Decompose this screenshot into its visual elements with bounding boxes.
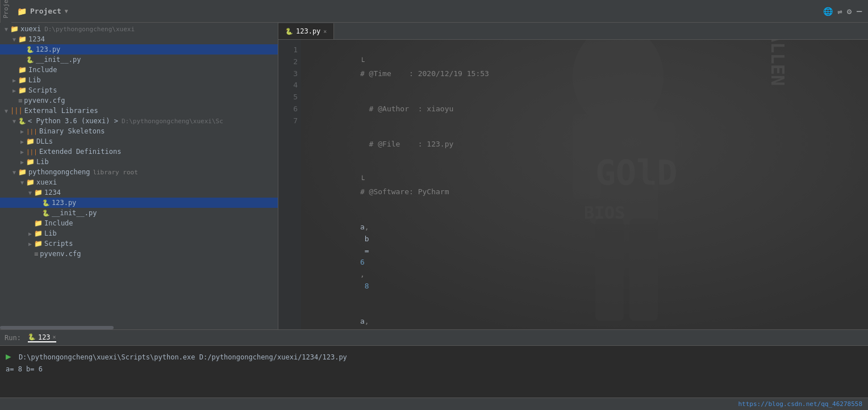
tree-item-include-2[interactable]: ▶ 📁 Include [0,218,278,228]
comment-file: # @File : 123.py [360,140,453,148]
code-editor: 1 2 3 4 5 6 7 └ # @Time : 2020/12/19 15:… [278,40,868,329]
arrow-dlls: ▶ [18,139,26,145]
arrow-ext-defs: ▶ [18,149,26,155]
xuexi-label: xuexi [20,25,41,33]
arrow-scripts-2: ▶ [26,241,34,247]
project-folder-icon: 📁 [17,7,27,16]
tree-item-pythongongcheng[interactable]: ▼ 📁 pythongongcheng library root [0,167,278,177]
run-label: Run: [5,334,21,342]
code-line-6: a, ● b = b, a [307,304,862,329]
run-result-line: a= 8 b= 6 [6,364,862,375]
line-num-7: 7 [282,115,298,127]
code-line-5: a, b = 6 , 8 [307,210,862,304]
run-tab-bar: Run: 🐍 123 × [0,330,868,346]
arrow-binary-skel: ▶ [18,128,26,135]
config-icon-pyvenv-2: ≡ [34,250,38,258]
tab-123py[interactable]: 🐍 123.py × [278,23,334,39]
tree-item-1234-2[interactable]: ▼ 📁 1234 [0,187,278,198]
code-var-a2: a [360,317,365,325]
top-bar-left: 📁 Project ▼ [11,7,74,16]
label-1234-2: 1234 [44,189,61,196]
tree-item-scripts-2[interactable]: ▶ 📁 Scripts [0,239,278,249]
tree-item-123py-2[interactable]: ▶ 🐍 123.py [0,198,278,208]
label-pyvenv-2: pyvenv.cfg [40,250,81,258]
bullet-icon: ● [360,329,365,329]
minimize-icon[interactable]: − [856,6,862,16]
arrow-1234: ▼ [10,36,18,43]
run-output-text: a= 8 b= 6 [6,365,43,373]
run-tab-close[interactable]: × [53,334,56,340]
tree-item-init-2[interactable]: ▶ 🐍 __init__.py [0,208,278,218]
editor-tab-bar: 🐍 123.py × [278,23,868,40]
line-num-4: 4 [282,80,298,91]
tree-item-xuexi[interactable]: ▼ 📁 xuexi D:\pythongongcheng\xuexi [0,24,278,34]
tree-item-scripts[interactable]: ▶ 📁 Scripts [0,85,278,95]
folder-icon-include: 📁 [18,66,27,74]
run-tab-label: 123 [38,333,51,341]
tree-item-lib2[interactable]: ▶ 📁 Lib [0,157,278,167]
file-tree: ▼ 📁 xuexi D:\pythongongcheng\xuexi ▼ 📁 1… [0,23,278,260]
label-lib: Lib [28,76,41,84]
folder-icon-scripts: 📁 [18,86,27,94]
tree-item-ext-defs[interactable]: ▶ ||| Extended Definitions [0,147,278,157]
globe-icon[interactable]: 🌐 [823,7,833,16]
code-line-4: └ # @Software: PyCharm [307,162,862,210]
label-init: __init__.py [36,56,81,64]
chevron-down-icon: ▼ [65,8,68,14]
tree-item-xuexi2[interactable]: ▼ 📁 xuexi [0,177,278,187]
tab-filename: 123.py [296,27,320,35]
code-content[interactable]: └ # @Time : 2020/12/19 15:53 # @Author :… [301,40,868,329]
content-area: ▼ 📁 xuexi D:\pythongongcheng\xuexi ▼ 📁 1… [0,23,868,329]
label-lib3: Lib [44,229,57,237]
tree-item-123py[interactable]: ▶ 🐍 123.py [0,44,278,55]
split-icon[interactable]: ⇌ [837,7,842,16]
folder-icon-xuexi: 📁 [10,25,19,33]
tree-item-1234[interactable]: ▼ 📁 1234 [0,34,278,44]
folder-icon-scripts-2: 📁 [34,240,43,248]
arrow-xuexi: ▼ [2,26,10,32]
comment-author: # @Author : xiaoyu [360,104,453,113]
label-include: Include [28,66,57,74]
folder-icon-lib: 📁 [18,76,27,84]
tree-item-ext-libs[interactable]: ▼ ||| External Libraries [0,106,278,116]
settings-icon[interactable]: ⚙ [847,7,852,16]
run-command-line: ▶ D:\pythongongcheng\xuexi\Scripts\pytho… [6,349,862,364]
tree-item-init-py[interactable]: ▶ 🐍 __init__.py [0,55,278,65]
folder-icon-include-2: 📁 [34,219,43,227]
label-ext-defs: Extended Definitions [39,148,122,156]
code-line-1: └ # @Time : 2020/12/19 15:53 [307,44,862,91]
status-url[interactable]: https://blog.csdn.net/qq_46278558 [738,400,862,408]
arrow-xuexi2: ▼ [18,179,26,186]
tree-item-python36[interactable]: ▼ 🐍 < Python 3.6 (xuexi) > D:\pythongong… [0,116,278,126]
code-var-a: a [360,223,365,231]
python-icon-123py-2: 🐍 [42,199,50,207]
run-play-button[interactable]: ▶ [6,351,11,362]
label-init-2: __init__.py [52,209,97,217]
tree-item-lib[interactable]: ▶ 📁 Lib [0,75,278,85]
ext-defs-icon: ||| [26,148,37,156]
status-bar: https://blog.csdn.net/qq_46278558 [0,398,868,410]
arrow-1234-2: ▼ [26,190,34,196]
editor-area: GOlD BIOS ALLEN 🐍 123.py × [278,23,868,329]
run-tab-123[interactable]: 🐍 123 × [28,333,56,342]
tree-item-pyvenv-2[interactable]: ▶ ≡ pyvenv.cfg [0,249,278,259]
tab-close-btn[interactable]: × [323,28,327,35]
code-num-6: 6 [360,258,365,266]
label-1234: 1234 [28,35,45,43]
tree-item-pyvenv[interactable]: ▶ ≡ pyvenv.cfg [0,95,278,106]
sidebar-scrollbar-thumb [0,326,114,329]
label-scripts-2: Scripts [44,240,73,248]
tree-item-dlls[interactable]: ▶ 📁 DLLs [0,136,278,147]
fold-marker-4: └ [360,175,365,184]
code-var-b: b [360,235,369,243]
python36-path: D:\pythongongcheng\xuexi\Sc [122,118,223,125]
sidebar-scrollbar[interactable] [0,326,278,329]
label-123py: 123.py [36,45,60,53]
tree-item-include[interactable]: ▶ 📁 Include [0,65,278,75]
label-ext-libs: External Libraries [24,107,98,115]
label-pyvenv: pyvenv.cfg [24,97,65,104]
label-binary-skel: Binary Skeletons [39,127,105,135]
tree-item-lib3[interactable]: ▶ 📁 Lib [0,228,278,239]
label-python36: < Python 3.6 (xuexi) > [28,117,118,125]
tree-item-binary-skel[interactable]: ▶ ||| Binary Skeletons [0,126,278,136]
